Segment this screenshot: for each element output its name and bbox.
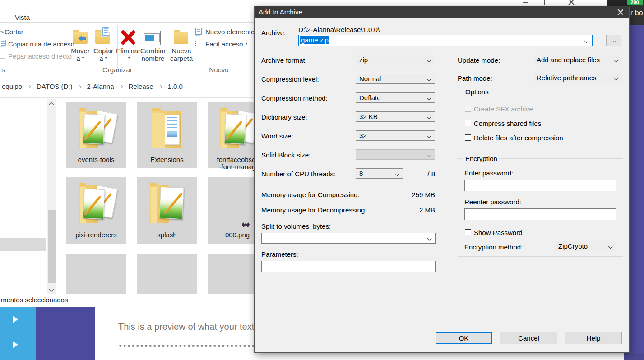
file-name: splash [137,231,197,239]
file-tile[interactable]: Extensions [137,102,197,168]
update-mode-select[interactable]: Add and replace files [533,55,622,65]
maximize-icon[interactable] [544,0,549,5]
ribbon-cut-button[interactable]: Cortar [5,28,23,36]
archive-format-select[interactable]: zip [356,55,435,65]
encryption-method-select[interactable]: ZipCrypto [555,241,616,251]
breadcrumb-item[interactable]: 2-Alanna [86,82,115,91]
chevron-down-icon [427,134,431,138]
close-icon[interactable] [568,0,575,5]
breadcrumb: equipo DATOS (D:) 2-Alanna Release 1.0.0 [1,82,184,91]
scrollbar-thumb[interactable] [48,210,56,283]
encryption-groupbox: Encryption Enter password: Reenter passw… [458,158,623,257]
memory-decompress-label: Memory usage for Decompressing: [261,206,366,214]
chevron-down-icon [427,58,431,63]
file-tile[interactable] [66,254,126,294]
copy-path-icon [0,40,6,46]
play-arrow-icon[interactable] [13,341,22,348]
compression-level-select[interactable]: Normal [356,74,435,84]
play-arrow-icon[interactable] [13,316,22,323]
memory-decompress-value: 2 MB [367,206,435,214]
archive-name-combobox[interactable]: game.zip [298,35,593,46]
chevron-down-icon [427,236,432,241]
tab-vista[interactable]: Vista [15,14,30,21]
path-mode-select[interactable]: Relative pathnames [533,73,622,83]
word-size-select[interactable]: 32 [356,130,435,141]
reenter-password-input[interactable] [464,208,616,220]
chevron-down-icon[interactable] [584,39,589,43]
scroll-up-icon[interactable] [49,102,54,107]
cpu-threads-select[interactable]: 8 [356,168,403,179]
dropdown-arrow-icon [82,57,84,60]
archive-directory: D:\2-Alanna\Release\1.0.0\ [298,26,380,33]
parameters-label: Parameters: [261,250,298,258]
status-200-badge: 200 [627,0,643,5]
vertical-scrollbar[interactable] [47,99,56,294]
status-separator [69,295,69,305]
folder-notepad-icon [144,181,190,228]
breadcrumb-item[interactable]: equipo [1,82,23,91]
chevron-down-icon [427,96,431,101]
archive-format-label: Archive format: [261,56,307,64]
paste-shortcut-icon [0,52,5,59]
archive-label: Archive: [261,29,286,37]
file-tile[interactable]: events-tools [66,102,126,168]
dropdown-arrow-icon [128,57,130,60]
copy-pages-icon [102,27,109,36]
path-mode-label: Path mode: [458,74,492,82]
breadcrumb-item[interactable]: DATOS (D:) [36,82,73,91]
image-file-icon [215,181,260,228]
word-size-label: Word size: [261,132,293,140]
screen: { "colors": { "accent": "#0078d7", "titl… [0,0,644,360]
compression-method-select[interactable]: Deflate [356,92,435,103]
delete-after-checkbox[interactable] [465,134,471,141]
minimize-icon[interactable] [523,2,528,3]
chevron-down-icon [427,77,431,82]
file-name: pixi-renderers [66,231,126,239]
dropdown-arrow-icon [245,43,248,46]
folder-notepad-icon [74,181,119,228]
cancel-button[interactable]: Cancel [500,332,557,344]
cpu-threads-max: / 8 [412,170,435,178]
split-volumes-combobox[interactable] [261,233,436,244]
create-sfx-label: Create SFX archive [474,105,533,113]
breadcrumb-item[interactable]: 1.0.0 [167,82,184,91]
ok-button[interactable]: OK [436,332,492,344]
cpu-threads-label: Number of CPU threads: [261,170,335,178]
file-name: Extensions [137,156,197,163]
file-tile[interactable]: pixi-renderers [66,177,126,244]
file-tile[interactable]: splash [137,177,197,244]
ribbon-divider [67,25,67,72]
background-text-fragment: r bo [630,9,643,17]
solid-block-size-label: Solid Block size: [261,151,310,159]
help-button[interactable]: Help [565,332,622,344]
chevron-down-icon [427,153,431,157]
add-to-archive-dialog: Add to Archive Archive: D:\2-Alanna\Rele… [254,6,630,353]
new-folder-icon [174,32,188,44]
bat-icon [242,222,250,227]
show-password-checkbox[interactable] [465,229,471,235]
dropdown-arrow-icon [105,57,107,60]
dictionary-size-select[interactable]: 32 KB [356,111,435,122]
chevron-down-icon [427,115,431,120]
chevron-right-icon [158,84,162,88]
memory-compress-label: Memory usage for Compressing: [261,191,360,198]
enter-password-input[interactable] [464,180,616,191]
chevron-down-icon [395,172,400,176]
nav-pane-selected-item[interactable] [0,238,46,251]
compress-shared-checkbox[interactable] [465,120,471,126]
scroll-down-icon[interactable] [49,286,54,291]
new-item-icon [195,28,202,35]
update-mode-label: Update mode: [458,56,500,64]
parameters-input[interactable] [261,261,436,272]
encryption-title: Encryption [463,155,499,162]
browse-button[interactable]: ... [606,35,621,46]
dialog-close-icon[interactable] [616,9,624,16]
solid-block-size-select [356,149,435,160]
file-tile[interactable] [137,254,197,294]
dialog-titlebar[interactable]: Add to Archive [255,6,629,18]
ribbon-copy-path-button[interactable]: Copiar ruta de acceso [8,40,74,48]
delete-after-label: Delete files after compression [474,134,563,142]
folder-notepad-icon [215,106,260,153]
chevron-down-icon [614,76,619,81]
breadcrumb-item[interactable]: Release [128,82,154,91]
